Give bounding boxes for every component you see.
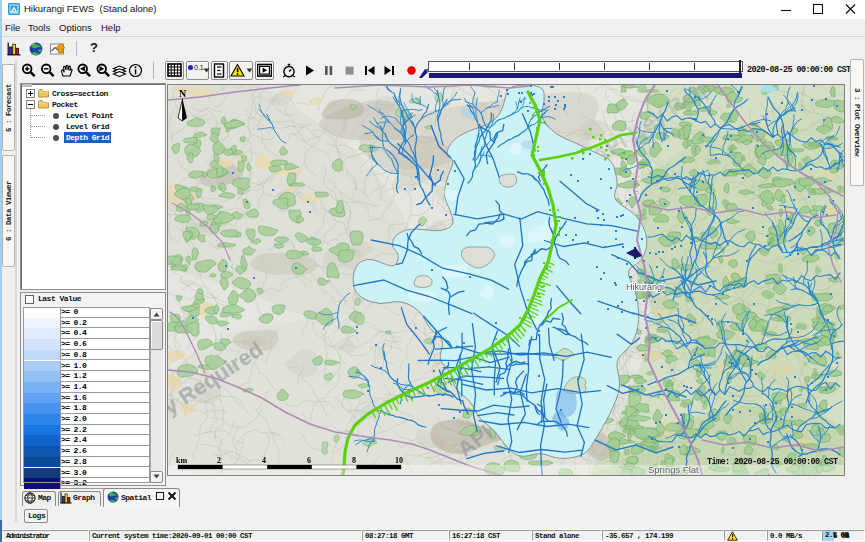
svg-text:Springs Flat: Springs Flat [648,464,699,475]
svg-text:km: km [176,456,187,465]
svg-text:Time: 2020-08-25 00:00:00 CST: Time: 2020-08-25 00:00:00 CST [707,457,838,467]
svg-text:SH 1: SH 1 [633,180,639,194]
svg-text:N: N [179,88,187,99]
svg-text:Hikurangi: Hikurangi [626,282,664,292]
svg-text:10: 10 [395,456,403,465]
svg-text:2: 2 [217,456,221,465]
svg-text:8: 8 [352,456,356,465]
svg-text:4: 4 [262,456,266,465]
svg-text:6: 6 [307,456,311,465]
